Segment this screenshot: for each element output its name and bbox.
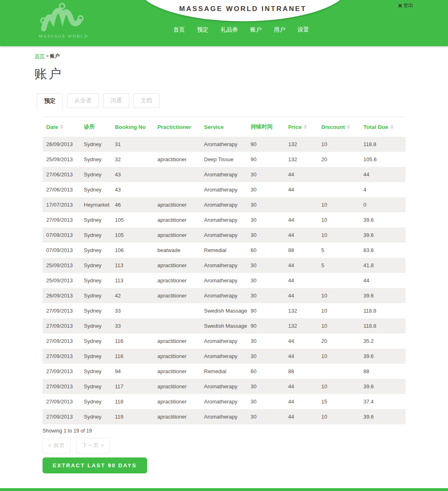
table-cell: 60 [247,247,284,253]
table-cell: Sydney [80,414,111,420]
table-cell: 132 [284,156,318,162]
tab-1[interactable]: 从业者 [67,93,99,108]
breadcrumb-home-link[interactable]: 首页 [35,53,45,59]
next-page-button[interactable]: 下一页 > [76,438,110,453]
table-row: 27/09/2013Sydney33Swedish Massage9013210… [43,303,405,318]
logout-button[interactable]: ✕ 登出 [398,2,413,9]
table-row: 27/09/2013Sydney94apractitionerRemedial6… [43,364,405,379]
table-cell: 90 [247,156,284,162]
table-cell: Sydney [80,308,111,314]
nav-item-1[interactable]: 预定 [197,26,208,34]
table-cell: Remedial [200,368,247,374]
table-cell: 113 [111,277,154,284]
table-cell: Sydney [80,323,111,329]
tab-3[interactable]: 文档 [133,93,159,108]
logo-caption: MASSAGE WORLD [35,34,92,38]
table-cell: 33 [111,323,154,329]
table-cell: Sydney [80,353,111,359]
tab-2[interactable]: 沟通 [103,93,129,108]
table-row: 26/09/2013Sydney42apractitionerAromather… [43,288,405,303]
table-cell: Sydney [80,399,111,405]
extract-last-90-days-button[interactable]: EXTRACT LAST 90 DAYS [43,457,147,473]
column-label: 持续时间 [251,123,273,131]
table-cell: Deep Tissue [200,156,247,162]
table-cell: 119 [111,414,154,420]
table-cell: 10 [318,293,360,299]
column-label: Price [288,124,302,130]
table-cell: 30 [247,399,284,405]
nav-item-0[interactable]: 首页 [173,26,185,34]
column-header-7[interactable]: Discount [318,124,360,130]
table-cell: Sydney [80,156,111,162]
table-cell: 27/09/2013 [43,383,80,390]
column-header-8[interactable]: Total Due [360,124,405,130]
nav-item-5[interactable]: 设置 [298,26,309,34]
tab-0[interactable]: 预定 [37,93,63,110]
table-row: 07/09/2013Sydney106beatwadeRemedial60885… [43,243,405,258]
nav-item-2[interactable]: 礼品券 [221,26,238,34]
table-cell: 39.6 [360,217,405,223]
table-header-row: Date诊所Booking NoPractictionerService持续时间… [43,117,405,137]
column-header-6[interactable]: Price [284,124,318,130]
nav-item-4[interactable]: 用户 [274,26,285,34]
column-label: Total Due [363,124,388,130]
column-label: Discount [321,124,345,130]
column-header-3: Practictioner [154,124,200,130]
table-cell: 106 [111,247,154,253]
table-row: 27/09/2013Sydney118apractitionerAromathe… [43,394,405,409]
table-row: 27/06/2013Sydney43Aromatherapy304444 [43,167,405,182]
close-icon: ✕ [398,3,403,9]
table-cell: Sydney [80,293,111,299]
table-cell: 15 [318,399,360,405]
table-cell: 30 [247,171,284,178]
column-label: Practictioner [157,124,191,130]
table-cell: 44 [284,232,318,238]
table-cell: 44 [284,338,318,344]
table-cell: 44 [284,277,318,284]
table-row: 27/09/2013Sydney105apractitionerAromathe… [43,212,405,227]
table-cell: 117 [111,383,154,390]
logo: MASSAGE WORLD [35,2,92,38]
column-header-0[interactable]: Date [43,124,80,130]
table-cell: 27/09/2013 [43,308,80,314]
table-cell: apractitioner [154,383,200,390]
table-cell: apractitioner [154,156,200,162]
table-cell: Sydney [80,171,111,178]
table-cell: Sydney [80,232,111,238]
table-cell: 39.6 [360,232,405,238]
table-cell: 30 [247,293,284,299]
table-cell: 30 [247,262,284,268]
table-cell: Swedish Massage [200,323,247,329]
table-cell: 25/09/2013 [43,262,80,268]
table-cell: 46 [111,202,154,208]
table-cell: 118 [111,399,154,405]
page-title: 账户 [34,65,63,83]
table-cell: apractitioner [154,217,200,223]
table-cell: 83.6 [360,247,405,253]
table-cell: 105.6 [360,156,405,162]
table-cell: 88 [360,368,405,374]
table-cell: Sydney [80,187,111,193]
table-cell: 27/09/2013 [43,368,80,374]
table-cell: 37.4 [360,399,405,405]
table-body: 26/09/2013Sydney31Aromatherapy9013210118… [43,137,405,424]
prev-page-button[interactable]: < 前页 [43,438,71,453]
column-label: Date [46,124,58,130]
table-cell: apractitioner [154,338,200,344]
nav-item-3[interactable]: 账户 [250,26,262,34]
table-cell: 31 [111,141,154,147]
table-cell: 30 [247,232,284,238]
table-cell: 0 [360,202,405,208]
table-row: 27/06/2013Sydney43Aromatherapy30444 [43,182,405,197]
table-cell: Sydney [80,277,111,284]
banner-title: MASSAGE WORLD INTRANET [137,5,349,13]
table-cell: apractitioner [154,262,200,268]
column-header-4: Service [200,124,247,130]
table-cell: Aromatherapy [200,187,247,193]
table-cell: 10 [318,323,360,329]
table-cell: beatwade [154,247,200,253]
breadcrumb-separator: > [46,53,49,59]
tab-bar: 预定从业者沟通文档 [37,93,159,110]
table-cell: 94 [111,368,154,374]
table-cell: 25/09/2013 [43,156,80,162]
